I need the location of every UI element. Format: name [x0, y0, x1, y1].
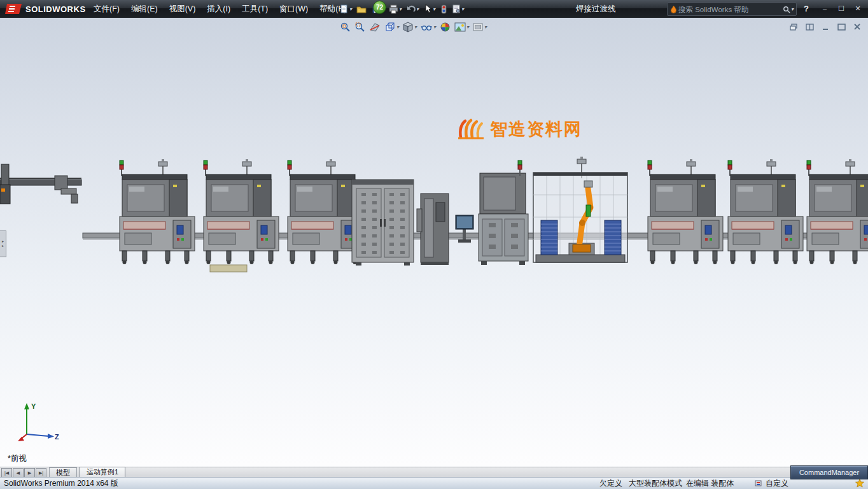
new-document-button[interactable]: ▾	[338, 3, 353, 15]
document-title: 焊接过渡线	[576, 0, 616, 18]
tab-prev-button[interactable]: ◀	[13, 468, 24, 478]
star-icon[interactable]	[855, 479, 864, 488]
dropdown-caret-icon[interactable]: ▾	[461, 6, 464, 12]
menu-window[interactable]: 窗口(W)	[274, 0, 314, 18]
zoom-to-area-button[interactable]	[354, 21, 366, 33]
commandmanager-label[interactable]: CommandManager	[790, 465, 868, 479]
collapsed-panel-tab[interactable]: ▸ ▸	[0, 230, 6, 257]
zoom-to-fit-button[interactable]	[339, 21, 351, 33]
flyout-arrow-icon[interactable]: ▸	[2, 244, 4, 248]
open-button[interactable]	[355, 4, 368, 15]
menu-view[interactable]: 视图(V)	[164, 0, 202, 18]
menu-edit[interactable]: 编辑(E)	[125, 0, 164, 18]
undo-button[interactable]: ▾	[405, 4, 420, 15]
options-button[interactable]: ▾	[451, 4, 465, 15]
watermark-text: 智造资料网	[490, 118, 582, 141]
hide-show-items-button[interactable]: ▾	[420, 22, 437, 32]
tab-last-button[interactable]: ▶|	[36, 468, 46, 478]
apply-scene-button[interactable]: ▾	[454, 22, 470, 32]
orientation-triad: Y Z	[14, 399, 61, 444]
tab-next-button[interactable]: ▶	[24, 468, 35, 478]
help-search-box[interactable]: ▾	[667, 3, 797, 16]
search-caret-icon[interactable]: ▾	[791, 6, 794, 12]
dropdown-caret-icon[interactable]: ▾	[466, 24, 469, 30]
dropdown-caret-icon[interactable]: ▾	[433, 24, 436, 30]
watermark: 智造资料网	[456, 117, 582, 141]
document-window-controls	[788, 22, 863, 31]
standard-toolbar: ▾ ▾ ▾ ▾ ▾ ▾	[325, 1, 465, 17]
window-controls: – ☐ ✕	[818, 3, 864, 14]
display-style-button[interactable]: ▾	[402, 21, 417, 33]
doc-tile-button[interactable]	[804, 22, 815, 31]
dropdown-caret-icon[interactable]: ▾	[399, 6, 402, 12]
dropdown-caret-icon[interactable]: ▾	[433, 6, 435, 12]
help-button[interactable]: ?	[801, 0, 812, 18]
view-orientation-button[interactable]: ▾	[384, 21, 400, 33]
notification-badge[interactable]: 72	[373, 1, 386, 14]
close-button[interactable]: ✕	[851, 3, 864, 14]
search-input[interactable]	[677, 5, 783, 14]
editing-status: 在编辑 装配体	[686, 478, 734, 489]
tab-motion-study[interactable]: 运动算例1	[80, 467, 125, 478]
tab-model[interactable]: 模型	[49, 467, 77, 478]
status-bar: SolidWorks Premium 2014 x64 版 欠定义 大型装配体模…	[0, 477, 868, 489]
logo-text: SOLIDWORKS	[25, 4, 86, 14]
section-view-button[interactable]	[368, 21, 381, 33]
view-heads-up-toolbar: ▾ ▾ ▾ ▾ ▾	[339, 21, 487, 33]
flame-icon	[670, 5, 677, 13]
dropdown-caret-icon[interactable]: ▾	[349, 6, 352, 12]
title-bar: SOLIDWORKS 文件(F) 编辑(E) 视图(V) 插入(I) 工具(T)…	[0, 0, 868, 18]
menu-bar: 文件(F) 编辑(E) 视图(V) 插入(I) 工具(T) 窗口(W) 帮助(H…	[88, 0, 353, 18]
axis-z-label: Z	[55, 433, 59, 441]
dropdown-caret-icon[interactable]: ▾	[396, 24, 399, 30]
view-settings-button[interactable]: ▾	[472, 22, 487, 32]
dropdown-caret-icon[interactable]: ▾	[484, 24, 487, 30]
definition-status: 欠定义	[599, 478, 622, 489]
menu-pin-icon[interactable]	[325, 4, 336, 15]
doc-minimize-button[interactable]	[820, 22, 831, 31]
flyout-arrow-icon[interactable]: ▸	[2, 239, 4, 244]
view-orientation-label: *前视	[8, 453, 27, 464]
axis-y-label: Y	[31, 402, 36, 410]
minimize-button[interactable]: –	[818, 3, 831, 14]
assembly-mode-status: 大型装配体模式	[629, 478, 682, 489]
maximize-button[interactable]: ☐	[835, 3, 848, 14]
bottom-tab-strip: |◀ ◀ ▶ ▶| 模型 运动算例1	[0, 467, 868, 478]
assembly-model[interactable]	[0, 18, 868, 467]
select-button[interactable]: ▾	[422, 3, 437, 15]
dropdown-caret-icon[interactable]: ▾	[414, 24, 417, 30]
print-button[interactable]: ▾	[388, 4, 403, 15]
menu-tools[interactable]: 工具(T)	[236, 0, 274, 18]
tag-icon	[755, 479, 762, 487]
doc-close-button[interactable]	[852, 22, 863, 31]
product-version-text: SolidWorks Premium 2014 x64 版	[4, 478, 118, 489]
doc-restore-button[interactable]	[788, 22, 799, 31]
solidworks-logo-mark	[5, 3, 23, 15]
menu-file[interactable]: 文件(F)	[88, 0, 125, 18]
solidworks-logo: SOLIDWORKS	[0, 0, 91, 18]
tab-first-button[interactable]: |◀	[1, 468, 12, 478]
watermark-logo-icon	[456, 117, 485, 141]
search-icon[interactable]	[783, 6, 790, 13]
viewport[interactable]: 智造资料网 ▸ ▸ Y Z *前视	[0, 18, 868, 467]
customize-button[interactable]: 自定义	[766, 478, 788, 489]
dropdown-caret-icon[interactable]: ▾	[416, 6, 419, 12]
rebuild-button[interactable]	[438, 4, 449, 15]
doc-maximize-button[interactable]	[836, 22, 847, 31]
edit-appearance-button[interactable]	[439, 21, 451, 33]
menu-insert[interactable]: 插入(I)	[201, 0, 236, 18]
tab-navigation: |◀ ◀ ▶ ▶|	[1, 468, 46, 478]
